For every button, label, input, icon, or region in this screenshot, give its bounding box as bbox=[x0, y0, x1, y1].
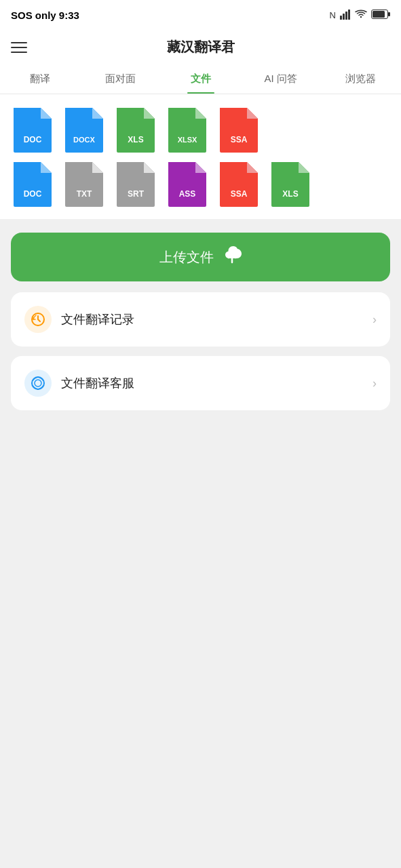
content-area: 上传文件 文件翻译记录 › bbox=[0, 219, 401, 829]
file-icons-row-2: DOC TXT SRT bbox=[11, 159, 401, 208]
history-label: 文件翻译记录 bbox=[61, 311, 134, 328]
svg-point-21 bbox=[35, 380, 41, 387]
status-bar: SOS only 9:33 N bbox=[0, 0, 401, 30]
tab-bar: 翻译 面对面 文件 AI 问答 浏览器 bbox=[0, 64, 401, 94]
svg-rect-2 bbox=[345, 12, 347, 20]
nfc-icon: N bbox=[330, 10, 336, 20]
upload-button[interactable]: 上传文件 bbox=[11, 233, 390, 281]
menu-button[interactable] bbox=[11, 42, 27, 53]
tab-file[interactable]: 文件 bbox=[160, 64, 240, 94]
svg-text:DOC: DOC bbox=[24, 189, 42, 199]
file-icons-area: DOC DOCX XLS bbox=[0, 94, 401, 219]
tab-face-to-face[interactable]: 面对面 bbox=[80, 64, 160, 94]
tab-ai-qa[interactable]: AI 问答 bbox=[241, 64, 321, 94]
svg-text:XLSX: XLSX bbox=[178, 136, 197, 144]
file-icon-ass[interactable]: ASS bbox=[166, 159, 209, 208]
svg-text:SSA: SSA bbox=[231, 135, 248, 144]
file-icon-xls-2[interactable]: XLS bbox=[269, 159, 312, 208]
upload-cloud-icon bbox=[222, 246, 242, 268]
file-icon-ssa-1[interactable]: SSA bbox=[217, 105, 261, 154]
history-chevron-icon: › bbox=[373, 313, 377, 327]
support-icon bbox=[24, 370, 52, 397]
file-icon-srt[interactable]: SRT bbox=[114, 159, 157, 208]
svg-rect-1 bbox=[343, 14, 345, 20]
svg-text:DOC: DOC bbox=[24, 135, 42, 144]
file-icon-xlsx[interactable]: XLSX bbox=[166, 105, 209, 154]
support-chevron-icon: › bbox=[373, 376, 377, 391]
file-icons-row-1: DOC DOCX XLS bbox=[11, 105, 401, 154]
header: 藏汉翻译君 bbox=[0, 30, 401, 64]
file-icon-docx[interactable]: DOCX bbox=[62, 105, 106, 154]
svg-text:DOCX: DOCX bbox=[73, 136, 95, 144]
upload-button-text: 上传文件 bbox=[159, 248, 214, 267]
history-icon bbox=[24, 306, 52, 333]
history-menu-item[interactable]: 文件翻译记录 › bbox=[11, 292, 390, 347]
page-title: 藏汉翻译君 bbox=[167, 38, 235, 56]
svg-text:TXT: TXT bbox=[77, 189, 92, 199]
file-icon-doc-2[interactable]: DOC bbox=[11, 159, 54, 208]
svg-rect-5 bbox=[388, 12, 390, 16]
wifi-icon bbox=[355, 9, 367, 21]
svg-text:XLS: XLS bbox=[128, 135, 143, 144]
file-icon-xls[interactable]: XLS bbox=[114, 105, 157, 154]
file-icon-ssa-2[interactable]: SSA bbox=[217, 159, 261, 208]
battery-icon bbox=[371, 9, 390, 21]
support-menu-item[interactable]: 文件翻译客服 › bbox=[11, 356, 390, 410]
svg-rect-3 bbox=[348, 9, 350, 20]
svg-text:ASS: ASS bbox=[179, 189, 196, 199]
tab-translate[interactable]: 翻译 bbox=[0, 64, 80, 94]
file-icon-txt[interactable]: TXT bbox=[62, 159, 106, 208]
svg-text:XLS: XLS bbox=[282, 189, 298, 199]
tab-browser[interactable]: 浏览器 bbox=[321, 64, 401, 94]
svg-text:SRT: SRT bbox=[128, 189, 145, 199]
support-label: 文件翻译客服 bbox=[61, 375, 134, 391]
svg-rect-0 bbox=[340, 16, 342, 20]
file-icon-doc[interactable]: DOC bbox=[11, 105, 54, 154]
signal-icon bbox=[340, 9, 351, 22]
status-time: SOS only 9:33 bbox=[11, 9, 79, 21]
svg-rect-6 bbox=[373, 11, 385, 18]
status-icons: N bbox=[330, 9, 390, 22]
svg-text:SSA: SSA bbox=[231, 189, 248, 199]
